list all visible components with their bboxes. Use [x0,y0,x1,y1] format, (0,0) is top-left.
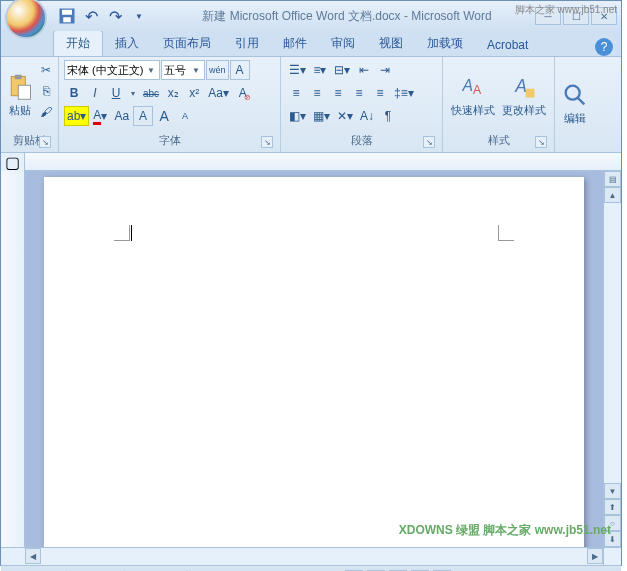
prev-page-icon[interactable]: ⬆ [604,499,621,515]
borders-icon[interactable]: ▦▾ [310,106,333,126]
group-styles: AA 快速样式 A 更改样式 样式↘ [443,57,555,152]
zoom-in-icon[interactable]: + [595,567,615,572]
highlight-button[interactable]: ab▾ [64,106,89,126]
enclose-char-button[interactable]: A [133,106,153,126]
scroll-left-icon[interactable]: ◀ [25,548,41,564]
font-name-combo[interactable]: 宋体 (中文正文)▼ [64,60,160,80]
char-shading-button[interactable]: Aa [111,106,132,126]
clipboard-dialog-icon[interactable]: ↘ [39,136,51,148]
change-styles-label: 更改样式 [502,103,546,118]
quick-styles-label: 快速样式 [451,103,495,118]
underline-dropdown-icon[interactable]: ▾ [127,89,139,98]
tab-acrobat[interactable]: Acrobat [475,34,540,56]
svg-text:A: A [473,83,482,97]
scroll-right-icon[interactable]: ▶ [587,548,603,564]
watermark-tr: 脚本之家 www.jb51.net [515,3,617,17]
underline-button[interactable]: U [106,83,126,103]
ruler-toggle-btn[interactable]: ▤ [604,171,621,187]
distribute-icon[interactable]: ≡ [370,83,390,103]
scroll-track-h[interactable] [41,548,587,565]
scrollbar-vertical[interactable]: ▤ ▲ ▼ ⬆ ○ ⬇ [603,171,621,547]
subscript-button[interactable]: x₂ [163,83,183,103]
scrollbar-horizontal[interactable]: ◀ ▶ [25,547,603,565]
indent-left-icon[interactable]: ⇤ [354,60,374,80]
save-icon[interactable] [57,6,77,26]
indent-right-icon[interactable]: ⇥ [375,60,395,80]
italic-button[interactable]: I [85,83,105,103]
clear-format-icon[interactable]: A⊘ [233,83,253,103]
bold-button[interactable]: B [64,83,84,103]
scrollbar-h-wrap: ◀ ▶ [1,547,621,565]
grow-font-button[interactable]: A [154,106,174,126]
help-icon[interactable]: ? [595,38,613,56]
sort-icon[interactable]: A↓ [357,106,377,126]
justify-icon[interactable]: ≡ [349,83,369,103]
align-center-icon[interactable]: ≡ [307,83,327,103]
zoom-out-icon[interactable]: − [487,567,507,572]
char-border-icon[interactable]: A [230,60,250,80]
font-size-combo[interactable]: 五号▼ [161,60,205,80]
quick-access-toolbar: ↶ ↷ ▼ [57,6,149,26]
tab-mailings[interactable]: 邮件 [271,31,319,56]
line-spacing-icon[interactable]: ‡≡▾ [391,83,417,103]
tab-insert[interactable]: 插入 [103,31,151,56]
svg-rect-5 [18,85,30,99]
tab-layout[interactable]: 页面布局 [151,31,223,56]
cut-icon[interactable]: ✂ [36,60,56,80]
tab-review[interactable]: 审阅 [319,31,367,56]
tab-references[interactable]: 引用 [223,31,271,56]
scroll-up-icon[interactable]: ▲ [604,187,621,203]
redo-icon[interactable]: ↷ [105,6,125,26]
bullets-icon[interactable]: ☰▾ [286,60,309,80]
svg-text:A: A [461,77,473,94]
shrink-font-button[interactable]: A [175,106,195,126]
styles-dialog-icon[interactable]: ↘ [535,136,547,148]
strikethrough-button[interactable]: abc [140,83,162,103]
editing-label: 编辑 [564,111,586,126]
paste-button[interactable]: 粘贴 [6,60,34,131]
clipboard-label: 剪贴板↘ [6,131,53,150]
superscript-button[interactable]: x² [184,83,204,103]
qat-dropdown-icon[interactable]: ▼ [129,6,149,26]
document-area: ▤ ▲ ▼ ⬆ ○ ⬇ [1,171,621,547]
align-left-icon[interactable]: ≡ [286,83,306,103]
statusbar: 页面: 1/1 字数: 0 中文(中国) 插入 100% − + [1,565,621,571]
ribbon-tabs: 开始 插入 页面布局 引用 邮件 审阅 视图 加载项 Acrobat ? [1,31,621,57]
svg-text:A: A [515,76,528,96]
ruler-horizontal[interactable]: ▢ [1,153,621,171]
tab-addins[interactable]: 加载项 [415,31,475,56]
font-color-button[interactable]: A▾ [90,106,110,126]
page-container[interactable] [25,171,603,547]
phonetic-guide-icon[interactable]: wén [206,60,229,80]
scroll-track-v[interactable] [604,203,621,483]
tab-view[interactable]: 视图 [367,31,415,56]
svg-rect-9 [526,89,535,98]
editing-button[interactable]: 编辑 [560,60,590,146]
text-cursor [131,225,132,241]
editing-group-label [560,146,590,150]
show-marks-icon[interactable]: ¶ [378,106,398,126]
align-right-icon[interactable]: ≡ [328,83,348,103]
char-scaling-icon[interactable]: ✕▾ [334,106,356,126]
font-dialog-icon[interactable]: ↘ [261,136,273,148]
copy-icon[interactable]: ⎘ [36,81,56,101]
svg-rect-4 [15,75,22,79]
shading-icon[interactable]: ◧▾ [286,106,309,126]
font-label: 字体↘ [64,131,275,150]
ruler-vertical[interactable] [1,171,25,547]
group-paragraph: ☰▾ ≡▾ ⊟▾ ⇤ ⇥ ≡ ≡ ≡ ≡ ≡ ‡≡▾ ◧▾ ▦▾ ✕▾ A↓ ¶… [281,57,443,152]
scroll-down-icon[interactable]: ▼ [604,483,621,499]
format-painter-icon[interactable]: 🖌 [36,102,56,122]
page[interactable] [44,177,584,547]
undo-icon[interactable]: ↶ [81,6,101,26]
numbering-icon[interactable]: ≡▾ [310,60,330,80]
group-font: 宋体 (中文正文)▼ 五号▼ wén A B I U▾ abc x₂ x² Aa… [59,57,281,152]
change-styles-button[interactable]: A 更改样式 [500,60,550,131]
multilevel-icon[interactable]: ⊟▾ [331,60,353,80]
ruler-toggle-icon[interactable]: ▢ [1,153,25,171]
paragraph-dialog-icon[interactable]: ↘ [423,136,435,148]
tab-home[interactable]: 开始 [53,30,103,56]
svg-rect-1 [62,10,72,15]
quick-styles-button[interactable]: AA 快速样式 [448,60,498,131]
change-case-button[interactable]: Aa▾ [205,83,232,103]
